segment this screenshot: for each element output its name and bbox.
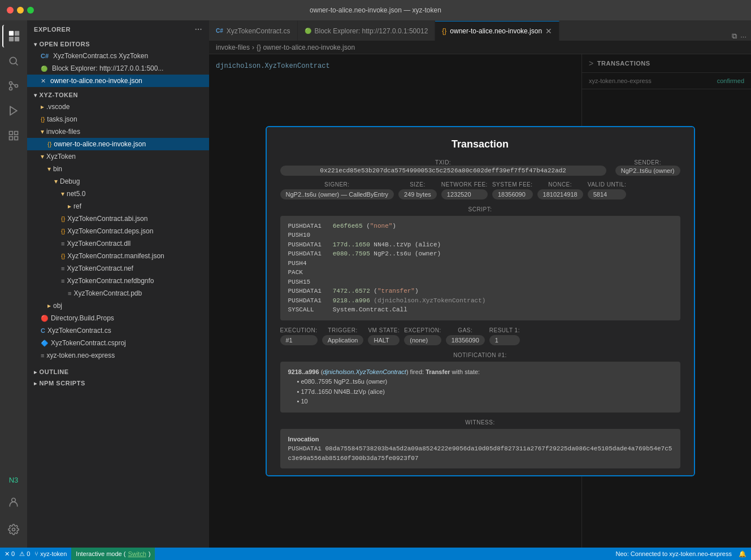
sidebar-invoke-file[interactable]: {} owner-to-alice.neo-invoke.json [27, 138, 209, 150]
traffic-lights [7, 7, 34, 14]
sidebar-more-icon[interactable]: ··· [195, 25, 202, 34]
activity-bar: N3 [0, 20, 27, 548]
status-errors[interactable]: ✕ 0 [5, 550, 15, 558]
script-line-1: PUSHDATA1 6e6f6e65 ("none") [288, 222, 672, 231]
outline-section[interactable]: ▸ OUTLINE [27, 366, 209, 377]
activity-source-control-icon[interactable] [2, 75, 25, 97]
svg-rect-2 [9, 37, 14, 41]
debug-folder-icon: ▾ [54, 177, 58, 185]
sidebar-pdb[interactable]: ≡ XyzTokenContract.pdb [27, 287, 209, 299]
script-line-7: PUSH15 [288, 277, 672, 287]
branch-icon: ⑂ [34, 550, 38, 557]
svg-line-10 [12, 84, 15, 85]
split-editor-icon[interactable]: ⧉ [732, 32, 737, 41]
xyz-token-section[interactable]: ▾ XYZ-TOKEN [27, 89, 209, 101]
dialog-title: Transaction [280, 138, 680, 150]
exception-field: EXCEPTION: (none) [404, 327, 441, 345]
activity-account-icon[interactable] [2, 491, 25, 514]
interactive-close-text: ) [149, 550, 151, 557]
svg-point-8 [15, 85, 18, 88]
trigger-field: TRIGGER: Application [322, 327, 364, 345]
breadcrumb-invoke-files[interactable]: invoke-files [216, 44, 250, 51]
sidebar-csproj[interactable]: 🔷 XyzTokenContract.csproj [27, 337, 209, 349]
invoke-file-close-icon: ✕ [41, 77, 46, 85]
sidebar-manifest-json[interactable]: {} XyzTokenContract.manifest.json [27, 250, 209, 262]
notification-label: NOTIFICATION #1: [280, 352, 680, 358]
folder-open-icon: ▾ [41, 128, 44, 136]
sidebar-dll[interactable]: ≡ XyzTokenContract.dll [27, 237, 209, 250]
sidebar-vscode-folder[interactable]: ▸ .vscode [27, 101, 209, 113]
more-actions-icon[interactable]: ··· [740, 32, 746, 41]
svg-marker-11 [10, 107, 17, 115]
minimize-button[interactable] [17, 7, 24, 14]
svg-rect-1 [15, 31, 19, 36]
sidebar-item-xyz-cs[interactable]: C# XyzTokenContract.cs XyzToken [27, 50, 209, 62]
tab-block-explorer[interactable]: 🟢 Block Explorer: http://127.0.0.1:50012 [298, 21, 436, 41]
tab-close-icon[interactable]: ✕ [545, 27, 552, 36]
sidebar-neo-express[interactable]: ≡ xyz-token.neo-express [27, 349, 209, 362]
svg-rect-16 [15, 137, 18, 140]
sidebar-tasks-json[interactable]: {} tasks.json [27, 113, 209, 125]
tabs-actions: ⧉ ··· [727, 32, 751, 41]
outline-arrow-icon: ▸ [34, 369, 37, 375]
interactive-mode-indicator: Interactive mode ( Switch ) [71, 548, 155, 560]
close-button[interactable] [7, 7, 14, 14]
sidebar-bin-folder[interactable]: ▾ bin [27, 163, 209, 175]
json-file-icon: {} [47, 141, 51, 147]
sidebar-item-invoke-json[interactable]: ✕ owner-to-alice.neo-invoke.json [27, 75, 209, 87]
sidebar-deps-json[interactable]: {} XyzTokenContract.deps.json [27, 225, 209, 237]
editor-content: djnicholson.XyzTokenContract > TRANSACTI… [209, 54, 751, 548]
status-right: Neo: Connected to xyz-token.neo-express … [611, 550, 751, 558]
csproj-icon: 🔷 [41, 340, 49, 347]
activity-extensions-icon[interactable] [2, 124, 25, 147]
svg-rect-0 [9, 31, 14, 36]
sidebar-obj-folder[interactable]: ▸ obj [27, 299, 209, 312]
sidebar-directory-build-props[interactable]: 🔴 Directory.Build.Props [27, 312, 209, 324]
sidebar-nefdbgnfo[interactable]: ≡ XyzTokenContract.nefdbgnfo [27, 275, 209, 287]
open-editors-section[interactable]: ▾ OPEN EDITORS [27, 38, 209, 50]
nonce-field: NONCE: 1810214918 [537, 181, 583, 199]
error-icon: ✕ [5, 550, 10, 558]
activity-explorer-icon[interactable] [2, 25, 25, 47]
tab-xyz-cs[interactable]: C# XyzTokenContract.cs [209, 21, 298, 41]
manifest-icon: {} [61, 253, 65, 259]
sidebar-net50-folder[interactable]: ▾ net5.0 [27, 188, 209, 200]
cs-tab-icon: C# [216, 28, 223, 34]
switch-link[interactable]: Switch [128, 550, 146, 557]
close-dialog-button[interactable]: Close [453, 475, 507, 476]
svg-rect-14 [15, 132, 18, 135]
sidebar-abi-json[interactable]: {} XyzTokenContract.abi.json [27, 212, 209, 225]
maximize-button[interactable] [27, 7, 34, 14]
svg-rect-3 [15, 37, 19, 41]
xyz-token-arrow-icon: ▾ [34, 92, 37, 98]
breadcrumb-invoke-file[interactable]: {} owner-to-alice.neo-invoke.json [257, 44, 355, 51]
status-branch[interactable]: ⑂ xyz-token [34, 550, 67, 557]
tabs-bar: C# XyzTokenContract.cs 🟢 Block Explorer:… [209, 20, 751, 41]
neo-status[interactable]: Neo: Connected to xyz-token.neo-express [616, 550, 732, 557]
sidebar-xyz-token-folder[interactable]: ▾ XyzToken [27, 150, 209, 163]
nefdbgnfo-icon: ≡ [61, 277, 64, 284]
script-line-10: SYSCALL System.Contract.Call [288, 305, 672, 315]
tab-invoke-json[interactable]: {} owner-to-alice.neo-invoke.json ✕ [435, 21, 559, 41]
witness-box: Invocation PUSHDATA1 08da755845738203b4a… [280, 429, 680, 469]
status-notification-icon[interactable]: 🔔 [739, 550, 746, 558]
transaction-dialog: Transaction TXID: 0x221ecd85e53b207dca57… [266, 126, 695, 476]
activity-search-icon[interactable] [2, 50, 25, 72]
npm-scripts-section[interactable]: ▸ NPM SCRIPTS [27, 377, 209, 389]
sidebar-debug-folder[interactable]: ▾ Debug [27, 175, 209, 188]
sidebar-xyz-cs[interactable]: C XyzTokenContract.cs [27, 324, 209, 337]
sidebar-invoke-files-folder[interactable]: ▾ invoke-files [27, 125, 209, 138]
activity-settings-icon[interactable] [2, 518, 25, 541]
sidebar-item-block-explorer[interactable]: 🟢 Block Explorer: http://127.0.0.1:500..… [27, 62, 209, 75]
activity-run-icon[interactable] [2, 99, 25, 122]
interactive-mode-text: Interactive mode ( [76, 550, 125, 557]
bell-icon: 🔔 [739, 550, 746, 558]
size-field: SIZE: 249 bytes [398, 181, 437, 199]
status-left: ✕ 0 ⚠ 0 ⑂ xyz-token [0, 550, 71, 558]
svg-point-17 [12, 498, 16, 502]
status-warnings[interactable]: ⚠ 0 [19, 550, 30, 558]
sidebar-ref-folder[interactable]: ▸ ref [27, 200, 209, 212]
npm-scripts-arrow-icon: ▸ [34, 380, 37, 387]
sidebar-nef[interactable]: ≡ XyzTokenContract.nef [27, 262, 209, 275]
txid-section: TXID: 0x221ecd85e53b207dca5754990053c5c2… [280, 159, 606, 176]
